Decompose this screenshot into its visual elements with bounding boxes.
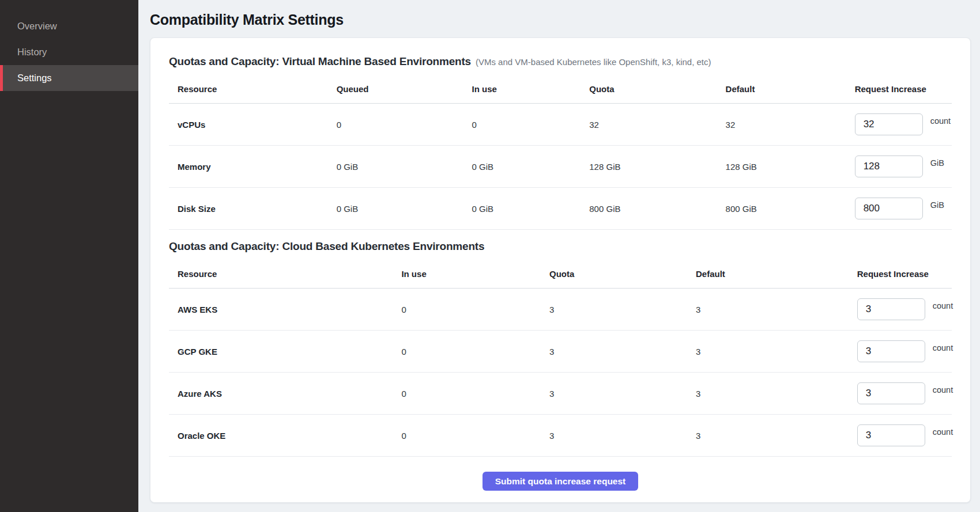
value-cell: 128 GiB (717, 146, 846, 188)
sidebar-item-label: Settings (17, 73, 52, 84)
request-increase-input[interactable] (855, 113, 923, 135)
value-cell: 3 (541, 373, 687, 415)
sidebar-item-label: History (17, 47, 47, 58)
resource-name: Memory (169, 146, 328, 188)
request-increase-field: count (855, 113, 952, 135)
settings-card: Quotas and Capacity: Virtual Machine Bas… (150, 37, 971, 503)
value-cell: 3 (687, 289, 849, 331)
main-content: Compatibility Matrix Settings Quotas and… (138, 0, 980, 512)
request-increase-input[interactable] (855, 198, 923, 219)
table-row: Oracle OKE033count (169, 415, 952, 457)
column-header: Quota (541, 259, 687, 289)
quota-sections: Quotas and Capacity: Virtual Machine Bas… (169, 55, 952, 457)
value-cell: 800 GiB (717, 188, 846, 230)
request-increase-cell: count (849, 331, 952, 373)
unit-label: count (933, 385, 953, 395)
column-header: Resource (169, 74, 328, 104)
request-increase-field: count (857, 382, 952, 404)
table-row: Memory0 GiB0 GiB128 GiB128 GiBGiB (169, 146, 952, 188)
resource-name: Azure AKS (169, 373, 393, 415)
value-cell: 0 (393, 415, 541, 457)
value-cell: 3 (687, 415, 849, 457)
value-cell: 0 GiB (463, 146, 581, 188)
request-increase-field: count (857, 340, 952, 362)
value-cell: 0 GiB (328, 146, 463, 188)
resource-name: vCPUs (169, 104, 328, 146)
table-header-row: ResourceIn useQuotaDefaultRequest Increa… (169, 259, 952, 289)
section-title-text: Quotas and Capacity: Cloud Based Kuberne… (169, 240, 484, 252)
request-increase-cell: count (849, 415, 952, 457)
column-header: Default (687, 259, 849, 289)
column-header: In use (463, 74, 581, 104)
column-header: Default (717, 74, 846, 104)
resource-name: GCP GKE (169, 331, 393, 373)
sidebar-item-overview[interactable]: Overview (0, 13, 138, 39)
request-increase-cell: GiB (846, 146, 952, 188)
value-cell: 3 (541, 289, 687, 331)
value-cell: 32 (581, 104, 717, 146)
sidebar-item-settings[interactable]: Settings (0, 65, 138, 91)
active-indicator (0, 65, 3, 91)
resource-name: AWS EKS (169, 289, 393, 331)
section-subtitle: (VMs and VM-based Kubernetes like OpenSh… (476, 57, 711, 67)
app-root: Overview History Settings Compatibility … (0, 0, 980, 512)
page-title: Compatibility Matrix Settings (150, 12, 971, 28)
request-increase-field: GiB (855, 156, 952, 177)
column-header: In use (393, 259, 541, 289)
section-title-text: Quotas and Capacity: Virtual Machine Bas… (169, 55, 471, 67)
value-cell: 0 (393, 289, 541, 331)
table-header-row: ResourceQueuedIn useQuotaDefaultRequest … (169, 74, 952, 104)
value-cell: 128 GiB (581, 146, 717, 188)
request-increase-cell: count (849, 373, 952, 415)
column-header: Request Increase (846, 74, 952, 104)
unit-label: GiB (930, 158, 944, 168)
request-increase-cell: GiB (846, 188, 952, 230)
column-header: Quota (581, 74, 717, 104)
unit-label: count (933, 301, 953, 310)
resource-name: Oracle OKE (169, 415, 393, 457)
request-increase-field: GiB (855, 198, 952, 219)
value-cell: 3 (541, 415, 687, 457)
submit-row: Submit quota increase request (169, 457, 952, 491)
value-cell: 0 GiB (328, 188, 463, 230)
section-title: Quotas and Capacity: Cloud Based Kuberne… (169, 240, 952, 253)
request-increase-input[interactable] (857, 298, 925, 320)
value-cell: 0 (463, 104, 581, 146)
unit-label: count (933, 427, 953, 437)
unit-label: count (930, 116, 951, 126)
section-spacer (169, 230, 952, 239)
table-row: Azure AKS033count (169, 373, 952, 415)
value-cell: 3 (687, 373, 849, 415)
submit-quota-increase-button[interactable]: Submit quota increase request (483, 472, 639, 491)
section-title: Quotas and Capacity: Virtual Machine Bas… (169, 55, 952, 68)
sidebar-item-history[interactable]: History (0, 39, 138, 65)
request-increase-input[interactable] (857, 424, 925, 446)
request-increase-input[interactable] (855, 156, 923, 177)
request-increase-field: count (857, 424, 952, 446)
column-header: Request Increase (849, 259, 952, 289)
request-increase-input[interactable] (857, 382, 925, 404)
quota-section: Quotas and Capacity: Virtual Machine Bas… (169, 55, 952, 239)
table-row: vCPUs003232count (169, 104, 952, 146)
request-increase-input[interactable] (857, 340, 925, 362)
table-row: GCP GKE033count (169, 331, 952, 373)
table-row: Disk Size0 GiB0 GiB800 GiB800 GiBGiB (169, 188, 952, 230)
request-increase-cell: count (846, 104, 952, 146)
table-row: AWS EKS033count (169, 289, 952, 331)
value-cell: 32 (717, 104, 846, 146)
request-increase-cell: count (849, 289, 952, 331)
quota-section: Quotas and Capacity: Cloud Based Kuberne… (169, 240, 952, 457)
value-cell: 0 GiB (463, 188, 581, 230)
value-cell: 0 (393, 373, 541, 415)
unit-label: count (933, 343, 953, 352)
column-header: Resource (169, 259, 393, 289)
sidebar: Overview History Settings (0, 0, 138, 512)
unit-label: GiB (930, 200, 944, 210)
value-cell: 0 (393, 331, 541, 373)
resource-name: Disk Size (169, 188, 328, 230)
quota-table: ResourceIn useQuotaDefaultRequest Increa… (169, 259, 952, 457)
quota-table: ResourceQueuedIn useQuotaDefaultRequest … (169, 74, 952, 230)
sidebar-item-label: Overview (17, 21, 57, 32)
value-cell: 3 (687, 331, 849, 373)
value-cell: 3 (541, 331, 687, 373)
